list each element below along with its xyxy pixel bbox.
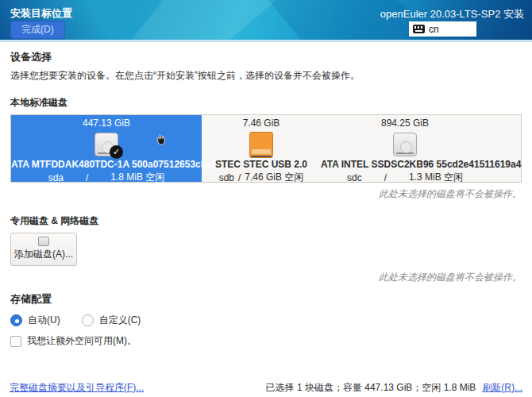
checkbox-icon [10,336,21,347]
keyboard-layout-indicator[interactable]: cn [409,21,476,37]
disk-separator: / [86,172,88,183]
disk-tile-sdc[interactable]: 894.25 GiB ATA INTEL SSDSC2KB96 55cd2e41… [321,115,489,182]
radio-automatic[interactable]: 自动(U) [10,314,60,327]
device-selection-description: 选择您想要安装的设备。在您点击“开始安装”按钮之前，选择的设备并不会被操作。 [10,69,522,83]
small-disk-icon [38,237,49,246]
keyboard-icon [413,25,425,33]
done-button[interactable]: 完成(D) [10,21,65,39]
install-banner: 安装目标位置 完成(D) openEuler 20.03-LTS-SP2 安装 … [0,0,532,40]
radio-selected-icon [10,314,22,326]
disk-name: ATA MTFDDAK480TDC-1A 500a07512653cbc8 [11,159,202,172]
disk-size: 447.13 GiB [11,118,202,130]
disk-tile-sdb[interactable]: 7.46 GiB STEC STEC USB 2.0 sdb / 7.46 Gi… [202,115,321,182]
disk-free-space: 1.8 MiB 空闲 [110,171,164,184]
disk-free-space: 7.46 GiB 空闲 [245,171,303,184]
disk-size: 894.25 GiB [321,118,489,130]
checkbox-extra-space-label: 我想让额外空间可用(M)。 [27,334,137,348]
specialized-disks-heading: 专用磁盘 & 网络磁盘 [10,214,522,228]
local-disks-heading: 本地标准磁盘 [10,96,522,110]
selection-summary: 已选择 1 块磁盘；容量 447.13 GiB；空闲 1.8 MiB [266,381,476,395]
unselected-disks-note: 此处未选择的磁盘将不会被操作。 [10,187,522,201]
radio-unselected-icon [82,314,94,326]
mouse-cursor-icon [155,133,167,147]
disk-devnode: sdb [219,172,234,183]
device-selection-heading: 设备选择 [10,50,522,64]
unselected-disks-note: 此处未选择的磁盘将不会被操作。 [10,271,522,284]
disk-free-space: 1.3 MiB 空闲 [409,171,463,184]
main-content: 设备选择 选择您想要安装的设备。在您点击“开始安装”按钮之前，选择的设备并不会被… [0,50,532,348]
footer-bar: 完整磁盘摘要以及引导程序(F)... 已选择 1 块磁盘；容量 447.13 G… [0,380,532,395]
selected-check-icon: ✓ [110,145,123,159]
local-disks-list: 447.13 GiB ✓ ATA MTFDDAK480TDC-1A 500a07… [10,114,522,183]
disk-devnode: sdc [347,172,362,183]
usb-drive-icon [249,132,273,158]
refresh-link[interactable]: 刷新(R)... [482,381,522,395]
radio-custom-label: 自定义(C) [99,314,141,327]
radio-automatic-label: 自动(U) [28,314,60,327]
banner-decor-shape [119,0,286,40]
full-disk-summary-link[interactable]: 完整磁盘摘要以及引导程序(F)... [10,381,144,395]
disk-name: ATA INTEL SSDSC2KB96 55cd2e41511619a4 [321,159,489,172]
storage-config-heading: 存储配置 [10,292,522,306]
add-disk-button[interactable]: 添加磁盘(A)... [10,233,77,266]
disk-size: 7.46 GiB [202,118,321,130]
checkbox-extra-space[interactable]: 我想让额外空间可用(M)。 [10,334,522,348]
disk-tile-sda[interactable]: 447.13 GiB ✓ ATA MTFDDAK480TDC-1A 500a07… [11,115,202,182]
disk-name: STEC STEC USB 2.0 [202,159,321,172]
app-title: openEuler 20.03-LTS-SP2 安装 [380,7,524,21]
hard-disk-icon [393,133,417,156]
disk-devnode: sda [48,172,64,183]
disk-separator: / [238,172,241,183]
keyboard-layout-label: cn [429,24,439,35]
banner-bottom-strip [0,40,532,42]
add-disk-label: 添加磁盘(A)... [14,249,73,260]
radio-custom[interactable]: 自定义(C) [82,314,141,327]
disk-separator: / [384,172,387,183]
page-title: 安装目标位置 [10,6,72,21]
